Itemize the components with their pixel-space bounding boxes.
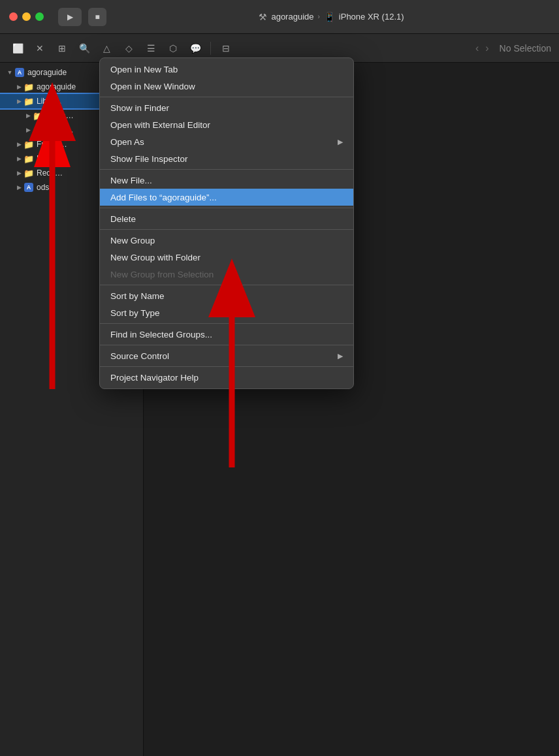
tree-item-label: Frame… <box>37 140 67 149</box>
stop-button[interactable] <box>88 8 106 26</box>
tree-item-label: agora… <box>46 111 74 120</box>
menu-source-control[interactable]: Source Control ▶ <box>100 347 353 364</box>
expand-arrow <box>24 127 33 133</box>
menu-separator-5 <box>100 285 353 285</box>
tree-item-label: Pods <box>37 154 54 163</box>
tree-item-label: agoraguide <box>37 82 76 91</box>
menu-separator-1 <box>100 97 353 97</box>
traffic-lights <box>9 12 44 21</box>
warning-icon[interactable]: ✕ <box>30 39 50 57</box>
expand-arrow <box>5 69 14 76</box>
menu-sort-by-name[interactable]: Sort by Name <box>100 287 353 304</box>
expand-arrow <box>14 98 24 104</box>
nav-arrows: ‹ › <box>473 41 492 55</box>
device-name: iPhone XR (12.1) <box>339 12 404 22</box>
fullscreen-button[interactable] <box>35 12 44 21</box>
forward-arrow[interactable]: › <box>483 41 491 55</box>
menu-separator-3 <box>100 208 353 208</box>
tree-item-label: agoraguide <box>27 68 67 77</box>
submenu-arrow-source: ▶ <box>338 352 343 360</box>
expand-arrow <box>14 155 24 162</box>
menu-show-inspector[interactable]: Show File Inspector <box>100 150 353 167</box>
no-selection-label: No Selection <box>500 43 551 54</box>
menu-new-group[interactable]: New Group <box>100 232 353 249</box>
scheme-selector[interactable]: ⚒ agoraguide › 📱 iPhone XR (12.1) <box>113 12 550 22</box>
submenu-arrow: ▶ <box>338 138 343 146</box>
expand-arrow <box>24 112 33 119</box>
xcode-project-icon <box>14 67 25 78</box>
tree-item-label: ods <box>37 183 49 192</box>
folder-icon <box>33 110 43 121</box>
menu-new-file[interactable]: New File... <box>100 172 353 189</box>
toolbar-divider <box>210 42 211 55</box>
menu-separator-4 <box>100 229 353 230</box>
menu-separator-7 <box>100 345 353 345</box>
menu-open-external[interactable]: Open with External Editor <box>100 116 353 133</box>
folder-icon <box>24 153 34 164</box>
menu-new-group-folder[interactable]: New Group with Folder <box>100 249 353 266</box>
menu-add-files[interactable]: Add Files to “agoraguide”... <box>100 189 353 206</box>
folder-icon <box>24 139 34 150</box>
menu-separator-2 <box>100 169 353 170</box>
menu-open-as[interactable]: Open As ▶ <box>100 133 353 150</box>
menu-new-group-selection: New Group from Selection <box>100 266 353 283</box>
minimize-button[interactable] <box>22 12 31 21</box>
grid-icon[interactable]: ⊞ <box>52 39 72 57</box>
main-content: agoraguide agoraguide Libra… agora… prod… <box>0 63 559 756</box>
scheme-name: agoraguide <box>271 12 313 22</box>
tree-item-label: Reco… <box>37 168 63 178</box>
menu-separator-6 <box>100 323 353 324</box>
diamond-icon[interactable]: ◇ <box>119 39 138 57</box>
expand-arrow <box>14 141 24 148</box>
tree-item-label: produ… <box>46 125 74 134</box>
titlebar: ⚒ agoraguide › 📱 iPhone XR (12.1) <box>0 0 559 34</box>
folder-icon <box>24 82 34 92</box>
folder-icon <box>24 96 34 106</box>
menu-open-new-tab[interactable]: Open in New Tab <box>100 61 353 78</box>
run-button[interactable] <box>58 8 82 26</box>
menu-nav-help[interactable]: Project Navigator Help <box>100 369 353 386</box>
shape-icon[interactable]: ⬡ <box>163 39 183 57</box>
list-icon[interactable]: ☰ <box>141 39 161 57</box>
expand-arrow <box>14 184 24 191</box>
context-menu: Open in New Tab Open in New Window Show … <box>99 57 354 389</box>
expand-arrow <box>14 170 24 176</box>
grid2-icon[interactable]: ⊟ <box>216 39 236 57</box>
tree-item-label: Libra… <box>37 97 62 106</box>
folder-icon <box>33 125 43 135</box>
back-arrow[interactable]: ‹ <box>473 41 481 55</box>
close-button[interactable] <box>9 12 18 21</box>
menu-find-groups[interactable]: Find in Selected Groups... <box>100 326 353 343</box>
menu-show-finder[interactable]: Show in Finder <box>100 99 353 116</box>
menu-separator-8 <box>100 366 353 367</box>
search-icon[interactable]: 🔍 <box>74 39 94 57</box>
expand-arrow <box>14 84 24 90</box>
folder-icon <box>24 168 34 178</box>
bubble-icon[interactable]: 💬 <box>185 39 205 57</box>
alert-icon[interactable]: △ <box>97 39 116 57</box>
scheme-separator: › <box>317 13 319 20</box>
menu-sort-by-type[interactable]: Sort by Type <box>100 304 353 321</box>
folder-icon[interactable]: ⬜ <box>8 39 27 57</box>
menu-open-new-window[interactable]: Open in New Window <box>100 78 353 95</box>
menu-delete[interactable]: Delete <box>100 210 353 227</box>
xcode-icon <box>24 182 34 193</box>
